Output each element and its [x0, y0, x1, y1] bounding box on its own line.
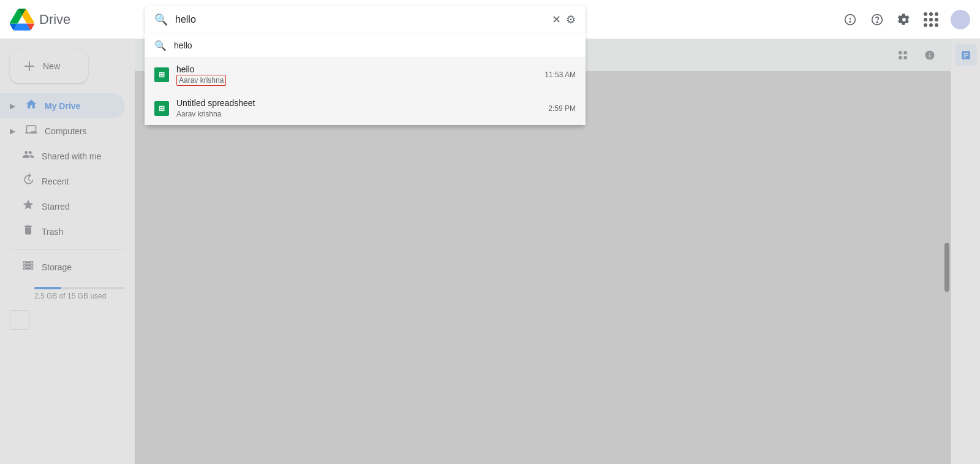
search-dropdown: 🔍 hello ⊞ hello Aarav krishna 11:53 AM ⊞: [145, 34, 586, 125]
result-owner-2: Aarav krishna: [176, 110, 221, 118]
svg-point-3: [876, 21, 878, 23]
user-avatar[interactable]: [951, 10, 970, 29]
apps-grid-icon: [924, 12, 938, 27]
feedback-button[interactable]: [838, 7, 862, 32]
search-suggestion-item[interactable]: 🔍 hello: [145, 34, 586, 58]
header-actions: [838, 7, 970, 32]
result-time: 11:53 AM: [535, 70, 576, 79]
google-apps-button[interactable]: [919, 7, 943, 32]
result-info: hello Aarav krishna: [176, 64, 527, 86]
result-name: hello: [176, 64, 527, 74]
settings-button[interactable]: [892, 7, 916, 32]
result-name-2: Untitled spreadsheet: [176, 98, 531, 108]
suggestion-search-icon: 🔍: [154, 40, 167, 51]
svg-point-1: [850, 21, 851, 22]
header: Drive 🔍 ✕ ⚙ 🔍 hello ⊞ hello A: [0, 0, 980, 39]
suggestion-text: hello: [174, 40, 192, 50]
search-result-item[interactable]: ⊞ hello Aarav krishna 11:53 AM: [145, 58, 586, 92]
result-spreadsheet-icon: ⊞: [154, 67, 169, 82]
search-filter-button[interactable]: ⚙: [566, 13, 576, 26]
help-button[interactable]: [865, 7, 889, 32]
search-container: 🔍 ✕ ⚙ 🔍 hello ⊞ hello Aarav krishna: [145, 6, 586, 34]
result-owner-highlighted: Aarav krishna: [176, 75, 226, 86]
search-clear-button[interactable]: ✕: [552, 13, 561, 26]
logo-area: Drive: [10, 7, 145, 32]
search-input[interactable]: [175, 14, 552, 25]
result-time-2: 2:59 PM: [538, 104, 576, 113]
search-icon: 🔍: [154, 13, 168, 26]
search-result-item[interactable]: ⊞ Untitled spreadsheet Aarav krishna 2:5…: [145, 92, 586, 125]
search-box: 🔍 ✕ ⚙: [145, 6, 586, 34]
app-title: Drive: [39, 12, 70, 28]
result-info-2: Untitled spreadsheet Aarav krishna: [176, 98, 531, 119]
result-spreadsheet-icon-2: ⊞: [154, 101, 169, 116]
drive-logo-icon: [10, 7, 34, 32]
